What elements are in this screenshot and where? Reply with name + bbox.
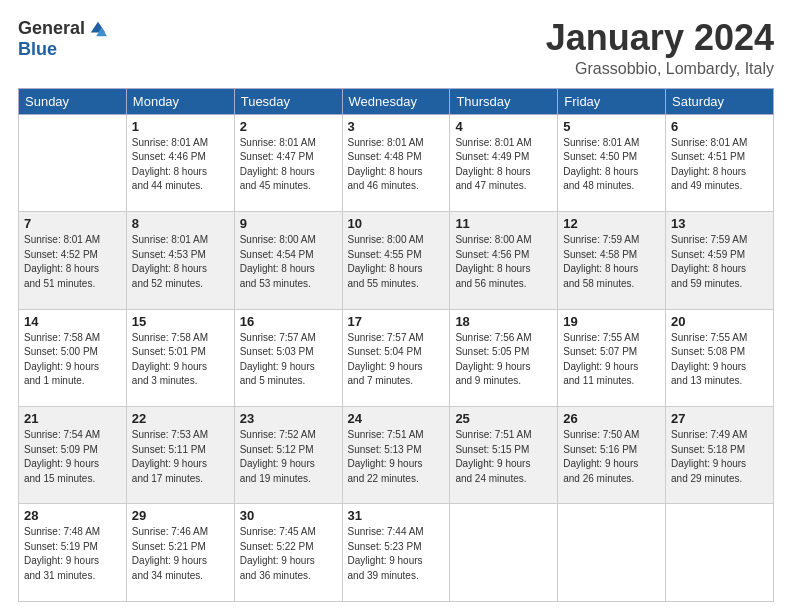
date-number: 29 [132, 508, 229, 523]
calendar-cell: 22Sunrise: 7:53 AMSunset: 5:11 PMDayligh… [126, 407, 234, 504]
date-number: 16 [240, 314, 337, 329]
calendar-cell: 14Sunrise: 7:58 AMSunset: 5:00 PMDayligh… [19, 309, 127, 406]
date-number: 25 [455, 411, 552, 426]
cell-info: Sunrise: 7:57 AMSunset: 5:03 PMDaylight:… [240, 331, 337, 389]
date-number: 19 [563, 314, 660, 329]
calendar-cell: 18Sunrise: 7:56 AMSunset: 5:05 PMDayligh… [450, 309, 558, 406]
date-number: 14 [24, 314, 121, 329]
cell-info: Sunrise: 7:51 AMSunset: 5:15 PMDaylight:… [455, 428, 552, 486]
logo-icon [89, 20, 107, 38]
date-number: 11 [455, 216, 552, 231]
cell-info: Sunrise: 7:55 AMSunset: 5:07 PMDaylight:… [563, 331, 660, 389]
month-title: January 2024 [546, 18, 774, 58]
calendar-cell: 12Sunrise: 7:59 AMSunset: 4:58 PMDayligh… [558, 212, 666, 309]
calendar-cell: 3Sunrise: 8:01 AMSunset: 4:48 PMDaylight… [342, 114, 450, 211]
date-number: 21 [24, 411, 121, 426]
weekday-friday: Friday [558, 88, 666, 114]
calendar-cell: 30Sunrise: 7:45 AMSunset: 5:22 PMDayligh… [234, 504, 342, 602]
calendar-cell: 23Sunrise: 7:52 AMSunset: 5:12 PMDayligh… [234, 407, 342, 504]
date-number: 4 [455, 119, 552, 134]
calendar-cell: 10Sunrise: 8:00 AMSunset: 4:55 PMDayligh… [342, 212, 450, 309]
calendar-cell [450, 504, 558, 602]
cell-info: Sunrise: 7:58 AMSunset: 5:00 PMDaylight:… [24, 331, 121, 389]
weekday-sunday: Sunday [19, 88, 127, 114]
calendar-cell: 21Sunrise: 7:54 AMSunset: 5:09 PMDayligh… [19, 407, 127, 504]
calendar-cell: 25Sunrise: 7:51 AMSunset: 5:15 PMDayligh… [450, 407, 558, 504]
cell-info: Sunrise: 7:54 AMSunset: 5:09 PMDaylight:… [24, 428, 121, 486]
cell-info: Sunrise: 7:48 AMSunset: 5:19 PMDaylight:… [24, 525, 121, 583]
cell-info: Sunrise: 7:55 AMSunset: 5:08 PMDaylight:… [671, 331, 768, 389]
cell-info: Sunrise: 7:49 AMSunset: 5:18 PMDaylight:… [671, 428, 768, 486]
date-number: 7 [24, 216, 121, 231]
week-row-3: 14Sunrise: 7:58 AMSunset: 5:00 PMDayligh… [19, 309, 774, 406]
calendar-cell: 5Sunrise: 8:01 AMSunset: 4:50 PMDaylight… [558, 114, 666, 211]
date-number: 15 [132, 314, 229, 329]
date-number: 1 [132, 119, 229, 134]
cell-info: Sunrise: 7:59 AMSunset: 4:59 PMDaylight:… [671, 233, 768, 291]
weekday-thursday: Thursday [450, 88, 558, 114]
weekday-tuesday: Tuesday [234, 88, 342, 114]
cell-info: Sunrise: 7:45 AMSunset: 5:22 PMDaylight:… [240, 525, 337, 583]
cell-info: Sunrise: 7:52 AMSunset: 5:12 PMDaylight:… [240, 428, 337, 486]
calendar-cell: 29Sunrise: 7:46 AMSunset: 5:21 PMDayligh… [126, 504, 234, 602]
cell-info: Sunrise: 7:57 AMSunset: 5:04 PMDaylight:… [348, 331, 445, 389]
calendar-cell: 20Sunrise: 7:55 AMSunset: 5:08 PMDayligh… [666, 309, 774, 406]
cell-info: Sunrise: 8:01 AMSunset: 4:49 PMDaylight:… [455, 136, 552, 194]
cell-info: Sunrise: 7:50 AMSunset: 5:16 PMDaylight:… [563, 428, 660, 486]
cell-info: Sunrise: 8:00 AMSunset: 4:56 PMDaylight:… [455, 233, 552, 291]
calendar-cell: 9Sunrise: 8:00 AMSunset: 4:54 PMDaylight… [234, 212, 342, 309]
weekday-wednesday: Wednesday [342, 88, 450, 114]
logo-blue: Blue [18, 39, 57, 60]
date-number: 26 [563, 411, 660, 426]
calendar-cell: 6Sunrise: 8:01 AMSunset: 4:51 PMDaylight… [666, 114, 774, 211]
weekday-header-row: SundayMondayTuesdayWednesdayThursdayFrid… [19, 88, 774, 114]
date-number: 10 [348, 216, 445, 231]
cell-info: Sunrise: 8:00 AMSunset: 4:54 PMDaylight:… [240, 233, 337, 291]
cell-info: Sunrise: 8:00 AMSunset: 4:55 PMDaylight:… [348, 233, 445, 291]
date-number: 30 [240, 508, 337, 523]
cell-info: Sunrise: 7:56 AMSunset: 5:05 PMDaylight:… [455, 331, 552, 389]
logo-general: General [18, 18, 85, 39]
calendar-cell: 28Sunrise: 7:48 AMSunset: 5:19 PMDayligh… [19, 504, 127, 602]
cell-info: Sunrise: 8:01 AMSunset: 4:52 PMDaylight:… [24, 233, 121, 291]
weekday-monday: Monday [126, 88, 234, 114]
header: General Blue January 2024 Grassobbio, Lo… [18, 18, 774, 78]
date-number: 17 [348, 314, 445, 329]
cell-info: Sunrise: 7:44 AMSunset: 5:23 PMDaylight:… [348, 525, 445, 583]
calendar-cell: 15Sunrise: 7:58 AMSunset: 5:01 PMDayligh… [126, 309, 234, 406]
calendar-cell: 1Sunrise: 8:01 AMSunset: 4:46 PMDaylight… [126, 114, 234, 211]
location-subtitle: Grassobbio, Lombardy, Italy [546, 60, 774, 78]
calendar-cell: 4Sunrise: 8:01 AMSunset: 4:49 PMDaylight… [450, 114, 558, 211]
cell-info: Sunrise: 8:01 AMSunset: 4:50 PMDaylight:… [563, 136, 660, 194]
calendar-cell: 27Sunrise: 7:49 AMSunset: 5:18 PMDayligh… [666, 407, 774, 504]
calendar-cell: 17Sunrise: 7:57 AMSunset: 5:04 PMDayligh… [342, 309, 450, 406]
cell-info: Sunrise: 8:01 AMSunset: 4:46 PMDaylight:… [132, 136, 229, 194]
calendar-cell: 13Sunrise: 7:59 AMSunset: 4:59 PMDayligh… [666, 212, 774, 309]
weekday-saturday: Saturday [666, 88, 774, 114]
cell-info: Sunrise: 7:51 AMSunset: 5:13 PMDaylight:… [348, 428, 445, 486]
date-number: 31 [348, 508, 445, 523]
date-number: 28 [24, 508, 121, 523]
calendar-cell: 8Sunrise: 8:01 AMSunset: 4:53 PMDaylight… [126, 212, 234, 309]
week-row-1: 1Sunrise: 8:01 AMSunset: 4:46 PMDaylight… [19, 114, 774, 211]
calendar-cell: 26Sunrise: 7:50 AMSunset: 5:16 PMDayligh… [558, 407, 666, 504]
date-number: 6 [671, 119, 768, 134]
calendar-cell: 19Sunrise: 7:55 AMSunset: 5:07 PMDayligh… [558, 309, 666, 406]
cell-info: Sunrise: 7:59 AMSunset: 4:58 PMDaylight:… [563, 233, 660, 291]
date-number: 2 [240, 119, 337, 134]
calendar-cell: 7Sunrise: 8:01 AMSunset: 4:52 PMDaylight… [19, 212, 127, 309]
week-row-5: 28Sunrise: 7:48 AMSunset: 5:19 PMDayligh… [19, 504, 774, 602]
cell-info: Sunrise: 7:53 AMSunset: 5:11 PMDaylight:… [132, 428, 229, 486]
calendar-cell: 16Sunrise: 7:57 AMSunset: 5:03 PMDayligh… [234, 309, 342, 406]
calendar-cell [666, 504, 774, 602]
date-number: 23 [240, 411, 337, 426]
cell-info: Sunrise: 7:58 AMSunset: 5:01 PMDaylight:… [132, 331, 229, 389]
calendar-cell [558, 504, 666, 602]
date-number: 22 [132, 411, 229, 426]
date-number: 27 [671, 411, 768, 426]
cell-info: Sunrise: 7:46 AMSunset: 5:21 PMDaylight:… [132, 525, 229, 583]
date-number: 8 [132, 216, 229, 231]
calendar-cell: 11Sunrise: 8:00 AMSunset: 4:56 PMDayligh… [450, 212, 558, 309]
date-number: 18 [455, 314, 552, 329]
calendar-cell: 31Sunrise: 7:44 AMSunset: 5:23 PMDayligh… [342, 504, 450, 602]
